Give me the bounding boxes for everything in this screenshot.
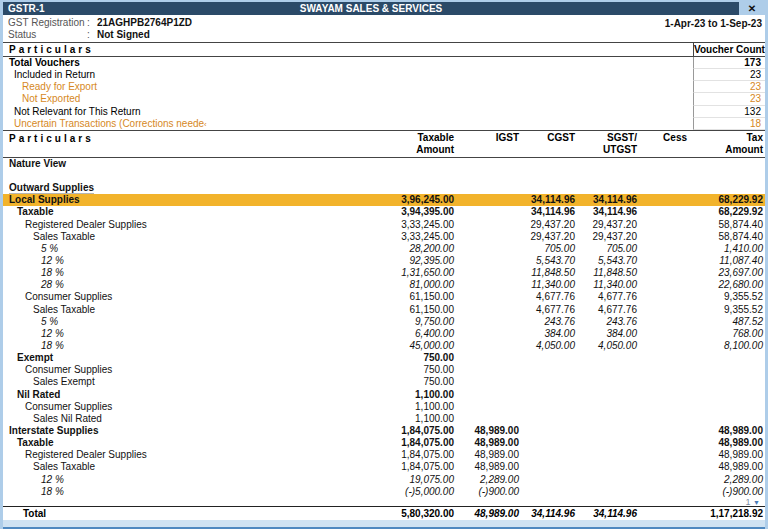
cess-value <box>639 255 699 267</box>
taxable-value <box>379 158 456 170</box>
cgst-value <box>521 170 577 182</box>
voucher-summary-row[interactable]: Total Vouchers173 <box>3 57 765 69</box>
table-row[interactable]: Sales Exempt750.00 <box>3 376 765 388</box>
taxable-value: 92,395.00 <box>379 255 456 267</box>
title-bar: SWAYAM SALES & SERVICES GSTR-1 ✕ <box>3 2 765 15</box>
row-label: Sales Exempt <box>3 376 379 388</box>
igst-value <box>456 352 521 364</box>
sgst-value <box>577 352 639 364</box>
cgst-value <box>521 413 577 425</box>
sgst-value <box>577 413 639 425</box>
sgst-value <box>577 474 639 486</box>
sgst-value: 5,543.70 <box>577 255 639 267</box>
gst-registration-label: GST Registration <box>3 17 87 29</box>
table-row[interactable]: Sales Taxable61,150.004,677.764,677.769,… <box>3 304 765 316</box>
row-label: 12 % <box>3 328 379 340</box>
sgst-value <box>577 401 639 413</box>
table-row[interactable]: 12 %6,400.00384.00384.00768.00 <box>3 328 765 340</box>
table-row[interactable]: 5 %28,200.00705.00705.001,410.00 <box>3 243 765 255</box>
voucher-summary-row[interactable]: Not Relevant for This Return132 <box>3 106 765 118</box>
row-label: 5 % <box>3 243 379 255</box>
row-label: Nature View <box>3 158 379 170</box>
column-header-cgst: CGST <box>521 132 577 157</box>
sgst-value <box>577 461 639 473</box>
table-row[interactable]: Exempt750.00 <box>3 352 765 364</box>
table-row[interactable]: Sales Taxable1,84,075.0048,989.0048,989.… <box>3 461 765 473</box>
sgst-value: 11,848.50 <box>577 267 639 279</box>
table-row[interactable]: Nature View <box>3 158 765 170</box>
tax-value <box>699 182 765 194</box>
table-row[interactable]: 12 %92,395.005,543.705,543.7011,087.40 <box>3 255 765 267</box>
taxable-value: 1,100.00 <box>379 413 456 425</box>
table-row[interactable]: 28 %81,000.0011,340.0011,340.0022,680.00 <box>3 279 765 291</box>
table-row[interactable]: Nil Rated1,100.00 <box>3 389 765 401</box>
tax-value <box>699 389 765 401</box>
cgst-value <box>521 376 577 388</box>
voucher-row-label: Total Vouchers <box>3 57 693 69</box>
total-tax-amount: 1,17,218.92 <box>699 508 765 520</box>
table-row[interactable]: Consumer Supplies61,150.004,677.764,677.… <box>3 291 765 303</box>
cess-value <box>639 449 699 461</box>
sgst-value: 243.76 <box>577 316 639 328</box>
tax-value: 48,989.00 <box>699 425 765 437</box>
voucher-row-label: Not Exported <box>3 93 693 105</box>
separator-colon: : <box>87 29 97 41</box>
cess-value <box>639 158 699 170</box>
voucher-summary-row[interactable]: Included in Return23 <box>3 69 765 81</box>
igst-value <box>456 243 521 255</box>
taxable-value: 750.00 <box>379 364 456 376</box>
table-row-selected[interactable]: Local Supplies3,96,245.0034,114.9634,114… <box>3 194 765 206</box>
table-row[interactable]: Sales Taxable3,33,245.0029,437.2029,437.… <box>3 231 765 243</box>
voucher-summary-row[interactable]: Not Exported23 <box>3 93 765 105</box>
igst-value: 48,989.00 <box>456 449 521 461</box>
cess-value <box>639 413 699 425</box>
table-row[interactable]: 5 %9,750.00243.76243.76487.52 <box>3 316 765 328</box>
gst-registration-row: GST Registration : 21AGHPB2764P1ZD <box>3 17 765 29</box>
table-row[interactable]: Sales Nil Rated1,100.00 <box>3 413 765 425</box>
scroll-down-icon[interactable]: ▼ <box>753 499 760 506</box>
voucher-summary-header: Particulars Voucher Count <box>3 42 765 57</box>
taxable-value: 81,000.00 <box>379 279 456 291</box>
igst-value <box>456 170 521 182</box>
cgst-value <box>521 486 577 498</box>
company-name: SWAYAM SALES & SERVICES <box>3 3 739 14</box>
table-row[interactable]: Consumer Supplies750.00 <box>3 364 765 376</box>
taxable-value: 9,750.00 <box>379 316 456 328</box>
igst-value: 48,989.00 <box>456 437 521 449</box>
table-row[interactable]: 18 %1,31,650.0011,848.5011,848.5023,697.… <box>3 267 765 279</box>
taxable-value: 3,94,395.00 <box>379 206 456 218</box>
table-row[interactable]: 12 %19,075.002,289.002,289.00 <box>3 474 765 486</box>
particulars-header: Particulars <box>3 132 379 157</box>
row-label: Sales Taxable <box>3 231 379 243</box>
igst-value: 48,989.00 <box>456 461 521 473</box>
close-button[interactable]: ✕ <box>739 2 765 15</box>
table-row[interactable]: Registered Dealer Supplies3,33,245.0029,… <box>3 219 765 231</box>
voucher-summary-row[interactable]: Uncertain Transactions (Corrections need… <box>3 118 765 130</box>
table-row[interactable]: 18 %(-)5,000.00(-)900.00(-)900.00 <box>3 486 765 498</box>
table-row[interactable]: Registered Dealer Supplies1,84,075.0048,… <box>3 449 765 461</box>
taxable-value: 3,33,245.00 <box>379 219 456 231</box>
table-row[interactable]: 18 %45,000.004,050.004,050.008,100.00 <box>3 340 765 352</box>
gstr1-report-window: SWAYAM SALES & SERVICES GSTR-1 ✕ GST Reg… <box>0 0 768 529</box>
voucher-summary-row[interactable]: Ready for Export23 <box>3 81 765 93</box>
table-row[interactable]: Outward Supplies <box>3 182 765 194</box>
tax-value: 487.52 <box>699 316 765 328</box>
table-row[interactable]: Taxable1,84,075.0048,989.0048,989.00 <box>3 437 765 449</box>
table-row[interactable]: Interstate Supplies1,84,075.0048,989.004… <box>3 425 765 437</box>
table-row[interactable]: Consumer Supplies1,100.00 <box>3 401 765 413</box>
tax-value: 8,100.00 <box>699 340 765 352</box>
cgst-value <box>521 389 577 401</box>
igst-value <box>456 304 521 316</box>
igst-value <box>456 340 521 352</box>
tax-value: 2,289.00 <box>699 474 765 486</box>
taxable-value: 1,84,075.00 <box>379 461 456 473</box>
tax-value: 23,697.00 <box>699 267 765 279</box>
total-row[interactable]: Total 5,80,320.00 48,989.00 34,114.96 34… <box>3 506 765 520</box>
table-row[interactable] <box>3 170 765 182</box>
tax-value: 68,229.92 <box>699 194 765 206</box>
total-taxable-amount: 5,80,320.00 <box>379 508 456 520</box>
cess-value <box>639 291 699 303</box>
cgst-value <box>521 461 577 473</box>
cgst-value: 4,677.76 <box>521 304 577 316</box>
table-row[interactable]: Taxable3,94,395.0034,114.9634,114.9668,2… <box>3 206 765 218</box>
